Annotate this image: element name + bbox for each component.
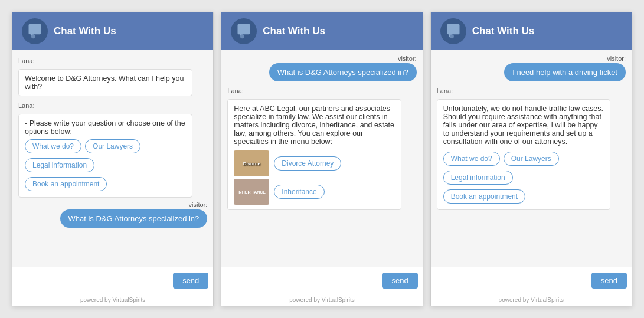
btn-legal-info-1[interactable]: Legal information (25, 158, 94, 172)
btn-what-we-do-1[interactable]: What we do? (25, 139, 81, 153)
btn-legal-info-3[interactable]: Legal information (443, 171, 513, 185)
speech-bubble-icon (27, 23, 43, 40)
speech-bubble-icon-2 (236, 23, 252, 40)
specialty-row-inheritance: INHERITANCE Inheritance (234, 179, 395, 205)
chat-icon-2 (231, 18, 257, 44)
btn-divorce-attorney[interactable]: Divorce Attorney (274, 156, 341, 171)
lana-label-2: Lana: (227, 87, 416, 94)
chat-footer-3: powered by VirtualSpirits (431, 294, 632, 306)
send-button-2[interactable]: send (382, 273, 417, 289)
svg-point-1 (240, 34, 244, 38)
visitor-msg-2: What is D&G Attorneys specialized in? (269, 63, 417, 81)
send-button-3[interactable]: send (591, 273, 627, 289)
chat-messages-1: Lana: Welcome to D&G Attorneys. What can… (12, 50, 213, 267)
visitor-msg-1: What is D&G Attorneys specialized in? (60, 209, 208, 228)
btn-our-lawyers-1[interactable]: Our Lawyers (85, 139, 140, 153)
chat-widget-1: Chat With Us Lana: Welcome to D&G Attorn… (12, 12, 214, 306)
speech-bubble-icon-3 (445, 23, 462, 40)
lana-msg-2: Here at ABC Legal, our partners and asso… (227, 99, 401, 210)
chat-input-2[interactable] (226, 274, 382, 287)
chat-input-area-1: send (12, 267, 213, 294)
chat-input-area-2: send (221, 267, 422, 294)
chat-input-1[interactable] (17, 274, 173, 287)
lana-msg-3: Unfortunately, we do not handle traffic … (437, 99, 611, 210)
option-buttons-1: What we do? Our Lawyers (25, 138, 186, 155)
option-buttons-3: What we do? Our Lawyers (443, 150, 604, 167)
chat-title-3: Chat With Us (472, 25, 535, 37)
chat-title-1: Chat With Us (54, 25, 116, 37)
chat-header-2: Chat With Us (221, 12, 422, 50)
visitor-row-1: visitor: What is D&G Attorneys specializ… (18, 201, 207, 228)
visitor-label-1: visitor: (189, 201, 208, 208)
btn-inheritance[interactable]: Inheritance (274, 185, 324, 199)
divorce-image: Divorce (234, 150, 269, 176)
btn-book-appt-3[interactable]: Book an appointment (443, 189, 525, 204)
chat-input-area-3: send (431, 267, 632, 294)
chat-title-2: Chat With Us (263, 25, 325, 37)
chat-messages-2: visitor: What is D&G Attorneys specializ… (221, 50, 422, 267)
chat-icon-1 (22, 18, 48, 44)
inheritance-image: INHERITANCE (234, 179, 269, 205)
chat-footer-1: powered by VirtualSpirits (12, 294, 213, 306)
visitor-row-3: visitor: I need help with a driving tick… (437, 55, 626, 81)
visitor-label-2: visitor: (398, 55, 417, 62)
lana-msg-1b: - Please write your question or choose o… (18, 114, 192, 198)
btn-our-lawyers-3[interactable]: Our Lawyers (504, 152, 559, 166)
chat-header-1: Chat With Us (12, 12, 213, 50)
btn-book-appt-1[interactable]: Book an appointment (25, 177, 107, 191)
chat-input-3[interactable] (436, 274, 591, 287)
chat-widget-2: Chat With Us visitor: What is D&G Attorn… (221, 12, 423, 306)
chat-widget-3: Chat With Us visitor: I need help with a… (430, 12, 632, 306)
divorce-img-text: Divorce (243, 161, 260, 166)
specialty-row-divorce: Divorce Divorce Attorney (234, 150, 395, 176)
svg-point-0 (31, 34, 35, 38)
chat-header-3: Chat With Us (431, 12, 632, 50)
chat-icon-3 (440, 18, 466, 44)
chat-footer-2: powered by VirtualSpirits (221, 294, 422, 306)
lana-label-1a: Lana: (18, 57, 207, 64)
send-button-1[interactable]: send (173, 273, 208, 289)
visitor-msg-3: I need help with a driving ticket (504, 63, 626, 81)
visitor-label-3: visitor: (607, 55, 626, 62)
lana-label-1b: Lana: (18, 102, 207, 109)
lana-label-3: Lana: (437, 87, 626, 94)
btn-what-we-do-3[interactable]: What we do? (443, 152, 500, 166)
lana-msg-1a: Welcome to D&G Attorneys. What can I hel… (18, 69, 192, 96)
svg-point-2 (450, 34, 454, 38)
inheritance-img-text: INHERITANCE (238, 190, 266, 194)
visitor-row-2: visitor: What is D&G Attorneys specializ… (227, 55, 416, 81)
chat-messages-3: visitor: I need help with a driving tick… (431, 50, 632, 267)
